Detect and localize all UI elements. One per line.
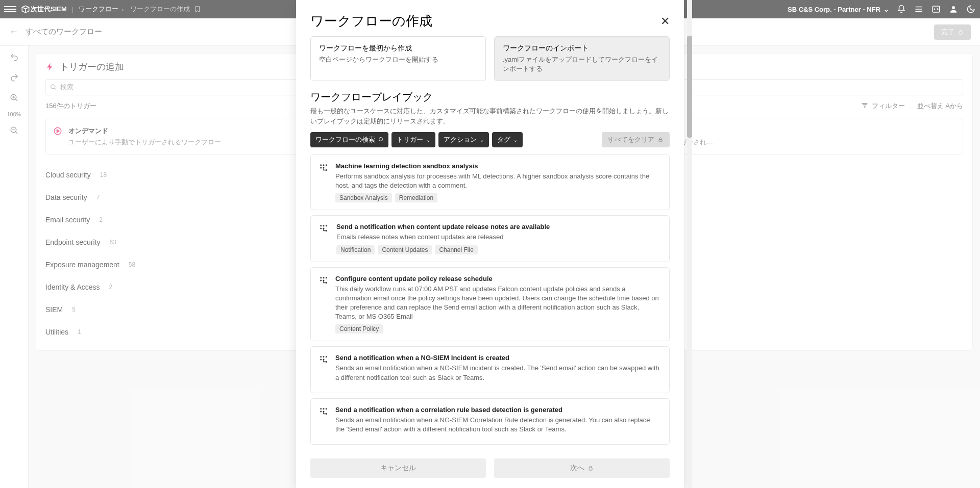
- playbook-desc: This daily workflow runs at 07:00 AM PST…: [335, 285, 661, 322]
- svg-point-12: [326, 164, 327, 166]
- svg-point-38: [323, 410, 325, 412]
- playbook-desc: Performs sandbox analysis for processes …: [335, 172, 661, 190]
- modal-overlay: ワークフローの作成 ✕ ワークフローを最初から作成 空白ページからワークフローを…: [0, 0, 980, 488]
- svg-point-32: [323, 359, 325, 361]
- chevron-down-icon: ⌄: [426, 137, 430, 143]
- playbook-desc: Emails release notes when content update…: [336, 233, 550, 242]
- playbook-item[interactable]: Machine learning detection sandbox analy…: [310, 155, 670, 210]
- create-from-scratch-option[interactable]: ワークフローを最初から作成 空白ページからワークフローを開始する: [310, 36, 486, 81]
- svg-point-24: [326, 277, 327, 278]
- playbook-desc: Sends an email notification when a NG-SI…: [335, 416, 661, 434]
- svg-point-35: [323, 408, 325, 409]
- playbook-item[interactable]: Send a notification when a NG-SIEM Incid…: [310, 346, 670, 393]
- svg-point-22: [320, 277, 322, 278]
- playbook-title: Send a notification when content update …: [336, 223, 550, 230]
- clear-all-button: すべてをクリア: [602, 132, 670, 147]
- svg-point-37: [320, 410, 322, 412]
- svg-point-20: [323, 228, 325, 229]
- playbook-item[interactable]: Send a notification when content update …: [310, 215, 670, 262]
- svg-point-19: [320, 228, 322, 229]
- svg-point-17: [323, 225, 325, 227]
- svg-point-27: [326, 282, 327, 284]
- svg-point-18: [326, 225, 327, 227]
- svg-point-28: [320, 356, 322, 358]
- playbook-tag: Content Updates: [378, 245, 432, 254]
- svg-rect-40: [589, 468, 592, 471]
- workflow-search-button[interactable]: ワークフローの検索: [310, 132, 388, 147]
- playbook-title: Send a notification when a correlation r…: [335, 406, 661, 414]
- svg-point-16: [320, 225, 322, 227]
- playbook-tag: Remediation: [395, 193, 437, 202]
- playbook-tag: Content Policy: [335, 324, 383, 333]
- svg-point-15: [326, 169, 327, 171]
- playbook-tag: Notification: [336, 245, 375, 254]
- svg-point-30: [326, 356, 327, 358]
- scrollbar-thumb[interactable]: [687, 36, 692, 138]
- svg-point-26: [323, 279, 325, 281]
- svg-point-14: [323, 167, 325, 169]
- chevron-down-icon: ⌄: [513, 137, 518, 143]
- modal-title: ワークフローの作成: [310, 12, 432, 30]
- create-workflow-modal: ワークフローの作成 ✕ ワークフローを最初から作成 空白ページからワークフローを…: [296, 0, 684, 488]
- playbook-item[interactable]: Send a notification when a correlation r…: [310, 398, 670, 445]
- workflow-icon: [319, 354, 328, 385]
- svg-point-36: [326, 408, 327, 409]
- close-icon[interactable]: ✕: [660, 15, 670, 28]
- svg-point-11: [323, 164, 325, 166]
- playbook-tag: Sandbox Analysis: [335, 193, 392, 202]
- svg-point-21: [326, 230, 327, 232]
- playbook-item[interactable]: Configure content update policy release …: [310, 267, 670, 342]
- trigger-filter-button[interactable]: トリガー⌄: [391, 132, 435, 147]
- chevron-down-icon: ⌄: [480, 137, 484, 143]
- svg-rect-9: [659, 140, 662, 142]
- playbook-title: Send a notification when a NG-SIEM Incid…: [335, 354, 661, 362]
- playbook-title: Machine learning detection sandbox analy…: [335, 162, 661, 170]
- search-icon: [378, 137, 384, 143]
- svg-point-29: [323, 356, 325, 358]
- svg-point-13: [320, 167, 322, 169]
- svg-point-8: [379, 138, 383, 141]
- playbook-section-title: ワークフロープレイブック: [310, 90, 670, 104]
- lock-icon: [587, 465, 594, 471]
- playbook-desc: Sends an email notification when a NG-SI…: [335, 364, 661, 382]
- next-button[interactable]: 次へ: [494, 458, 670, 478]
- import-workflow-option[interactable]: ワークフローのインポート .yamlファイルをアップロードしてワークフローをイン…: [494, 36, 670, 81]
- svg-point-39: [326, 413, 327, 415]
- tag-filter-button[interactable]: タグ⌄: [492, 132, 523, 147]
- action-filter-button[interactable]: アクション⌄: [438, 132, 489, 147]
- svg-point-31: [320, 359, 322, 361]
- svg-point-23: [323, 277, 325, 278]
- lock-icon: [657, 137, 664, 143]
- workflow-icon: [319, 223, 329, 254]
- playbook-tag: Channel File: [435, 245, 477, 254]
- workflow-icon: [319, 275, 328, 334]
- playbook-section-desc: 最も一般的なユースケースに対応した、カスタマイズ可能な事前構築されたワークフロー…: [310, 106, 670, 126]
- svg-point-10: [320, 164, 322, 166]
- workflow-icon: [319, 162, 328, 202]
- cancel-button[interactable]: キャンセル: [310, 458, 486, 478]
- playbook-title: Configure content update policy release …: [335, 275, 661, 282]
- svg-point-33: [326, 361, 327, 363]
- workflow-icon: [319, 406, 328, 437]
- svg-point-25: [320, 279, 322, 281]
- svg-point-34: [320, 408, 322, 409]
